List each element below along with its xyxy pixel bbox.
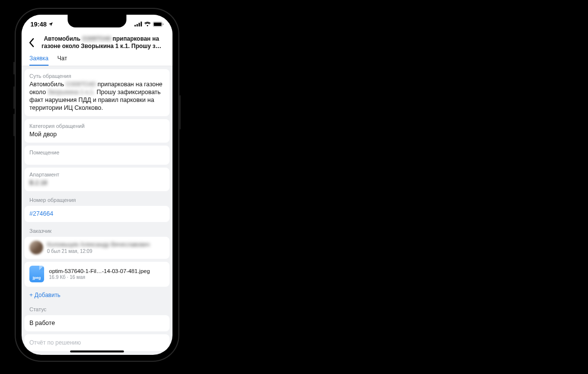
home-indicator[interactable] xyxy=(70,350,124,352)
wifi-icon xyxy=(144,22,151,26)
card-room: Помещение xyxy=(24,146,170,165)
file-sep: · xyxy=(66,274,70,280)
svg-rect-3 xyxy=(141,22,142,26)
subject-redacted: Зворыкина 1 к.1. xyxy=(48,89,95,96)
subject-text: Автомобиль xyxy=(29,81,66,88)
tab-request[interactable]: Заявка xyxy=(29,55,49,66)
back-button[interactable] xyxy=(26,34,37,51)
avatar xyxy=(29,241,43,254)
content: Суть обращения Автомобиль О309ТО40 припа… xyxy=(22,66,172,331)
room-label: Помещение xyxy=(29,150,165,155)
add-button[interactable]: + Добавить xyxy=(24,290,170,303)
mute-switch xyxy=(13,62,15,75)
svg-rect-2 xyxy=(139,23,140,27)
customer-last-seen: 0 был 21 мая, 12:09 xyxy=(47,249,165,254)
status-label: Статус xyxy=(24,303,170,315)
status-time: 19:48 xyxy=(30,21,47,28)
resolution-input[interactable]: Отчёт по решению xyxy=(24,334,170,351)
title-part: Автомобиль xyxy=(44,35,82,42)
card-apartment: Апартамент В.2.18 xyxy=(24,168,170,191)
card-file[interactable]: jpeg optim-537640-1-Fil…-14-03-07-481.jp… xyxy=(24,262,170,287)
title-part: газоне около Зворыкина 1 к.1. Прошу з… xyxy=(42,43,162,50)
notch xyxy=(68,15,126,27)
power-button xyxy=(179,95,181,129)
screen: 19:48 xyxy=(22,15,172,355)
cellular-icon xyxy=(134,22,142,26)
title-part: припаркован на xyxy=(111,35,159,42)
apartment-label: Апартамент xyxy=(29,172,165,177)
battery-icon xyxy=(153,22,164,27)
nav-header: Автомобиль О309ТО40 припаркован на газон… xyxy=(22,32,172,66)
subject-label: Суть обращения xyxy=(29,73,165,79)
apartment-value: В.2.18 xyxy=(29,179,165,187)
number-label: Номер обращения xyxy=(24,194,170,206)
tabs: Заявка Чат xyxy=(26,53,168,66)
card-customer[interactable]: Коломыцев Александр Вячеславович 0 был 2… xyxy=(24,237,170,259)
file-date: 16 мая xyxy=(70,274,85,280)
file-meta: 16.9 Кб · 16 мая xyxy=(49,274,165,280)
customer-label: Заказчик xyxy=(24,225,170,237)
title-redacted: О309ТО40 xyxy=(82,35,111,42)
volume-down xyxy=(13,114,15,136)
location-icon xyxy=(48,22,53,27)
file-type-label: jpeg xyxy=(33,275,41,280)
file-type-icon: jpeg xyxy=(29,266,44,282)
tab-chat[interactable]: Чат xyxy=(57,55,67,66)
file-name: optim-537640-1-Fil…-14-03-07-481.jpeg xyxy=(49,268,165,274)
page-title: Автомобиль О309ТО40 припаркован на газон… xyxy=(38,34,168,53)
volume-up xyxy=(13,86,15,109)
card-number[interactable]: #274664 xyxy=(24,206,170,222)
svg-rect-5 xyxy=(154,22,162,25)
category-label: Категория обращений xyxy=(29,123,165,129)
chevron-left-icon xyxy=(28,38,35,48)
card-subject: Суть обращения Автомобиль О309ТО40 припа… xyxy=(24,69,170,116)
subject-redacted: О309ТО40 xyxy=(66,81,96,88)
customer-name: Коломыцев Александр Вячеславович xyxy=(47,241,165,248)
svg-rect-1 xyxy=(137,24,138,26)
status-value: В работе xyxy=(29,319,165,327)
svg-rect-6 xyxy=(163,23,163,25)
category-value: Мой двор xyxy=(29,130,165,138)
card-status[interactable]: В работе xyxy=(24,315,170,331)
subject-value: Автомобиль О309ТО40 припаркован на газон… xyxy=(29,80,165,112)
resolution-placeholder: Отчёт по решению xyxy=(29,339,81,346)
card-category: Категория обращений Мой двор xyxy=(24,119,170,143)
request-number[interactable]: #274664 xyxy=(29,210,165,218)
phone-frame: 19:48 xyxy=(15,8,179,362)
file-size: 16.9 Кб xyxy=(49,274,66,280)
svg-rect-0 xyxy=(135,25,136,26)
